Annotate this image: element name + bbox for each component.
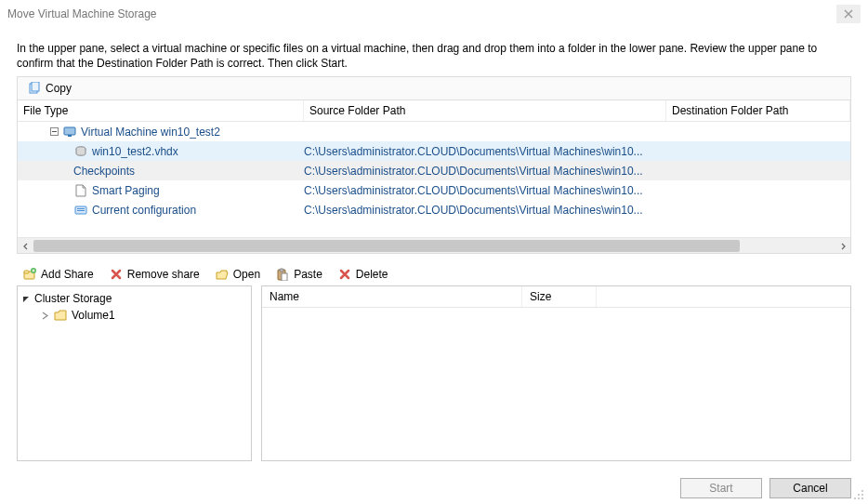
remove-icon: [109, 267, 124, 282]
grid-cell-source: C:\Users\administrator.CLOUD\Documents\V…: [304, 204, 666, 217]
instructions-text: In the upper pane, select a virtual mach…: [17, 41, 851, 71]
lower-toolbar: Add Share Remove share Open Paste: [17, 263, 851, 285]
scroll-left-icon[interactable]: [18, 238, 33, 254]
remove-share-label: Remove share: [127, 268, 200, 281]
open-button[interactable]: Open: [211, 266, 264, 283]
grid-row-vhd[interactable]: win10_test2.vhdx C:\Users\administrator.…: [18, 141, 850, 161]
col-file-type[interactable]: File Type: [18, 100, 304, 121]
disk-icon: [73, 144, 88, 159]
storage-tree[interactable]: Cluster Storage Volume1: [17, 285, 252, 461]
file-list[interactable]: Name Size: [261, 285, 851, 461]
grid-cell-label: Current configuration: [92, 204, 196, 217]
grid-row-checkpoints[interactable]: Checkpoints C:\Users\administrator.CLOUD…: [18, 161, 850, 180]
grid-cell-source: C:\Users\administrator.CLOUD\Documents\V…: [304, 145, 666, 158]
svg-rect-3: [64, 127, 75, 135]
close-icon: [841, 7, 856, 21]
paste-label: Paste: [294, 268, 322, 281]
scroll-thumb[interactable]: [33, 240, 740, 252]
remove-share-button[interactable]: Remove share: [105, 266, 204, 283]
svg-rect-13: [280, 269, 283, 272]
grid-cell-label: win10_test2.vhdx: [92, 145, 178, 158]
tree-item-label: Volume1: [72, 309, 115, 322]
cancel-button[interactable]: Cancel: [769, 478, 851, 498]
grid-row-vm[interactable]: Virtual Machine win10_test2: [18, 122, 850, 141]
tree-root-label: Cluster Storage: [34, 292, 112, 305]
add-share-button[interactable]: Add Share: [19, 266, 98, 283]
svg-rect-4: [68, 135, 72, 137]
titlebar: Move Virtual Machine Storage: [0, 0, 868, 28]
add-share-label: Add Share: [41, 268, 94, 281]
caret-right-icon[interactable]: [40, 312, 49, 320]
add-share-icon: [22, 267, 37, 282]
open-label: Open: [233, 268, 260, 281]
svg-rect-10: [24, 271, 29, 273]
svg-rect-7: [77, 208, 85, 209]
svg-rect-1: [32, 82, 39, 91]
config-icon: [73, 203, 88, 218]
svg-rect-8: [77, 210, 85, 211]
copy-label: Copy: [46, 82, 72, 95]
grid-row-smartpaging[interactable]: Smart Paging C:\Users\administrator.CLOU…: [18, 180, 850, 200]
file-icon: [73, 183, 88, 198]
scroll-right-icon[interactable]: [835, 238, 850, 254]
grid-cell-source: C:\Users\administrator.CLOUD\Documents\V…: [304, 184, 666, 197]
move-vm-storage-window: Move Virtual Machine Storage In the uppe…: [0, 0, 868, 504]
upper-toolbar: Copy: [17, 76, 851, 100]
close-button[interactable]: [836, 5, 861, 23]
tree-item-volume[interactable]: Volume1: [20, 307, 249, 324]
caret-down-icon[interactable]: [21, 295, 31, 303]
delete-label: Delete: [356, 268, 388, 281]
grid-body[interactable]: Virtual Machine win10_test2 win10_test2.…: [18, 122, 850, 237]
delete-icon: [337, 267, 352, 282]
resize-grip-icon[interactable]: [853, 489, 864, 500]
svg-point-19: [858, 497, 860, 499]
horizontal-scrollbar[interactable]: [18, 237, 850, 253]
grid-row-config[interactable]: Current configuration C:\Users\administr…: [18, 200, 850, 219]
svg-point-17: [861, 494, 863, 496]
list-header: Name Size: [262, 286, 850, 308]
svg-point-15: [861, 490, 863, 492]
copy-button[interactable]: Copy: [23, 80, 75, 97]
svg-point-16: [858, 494, 860, 496]
folder-icon: [53, 308, 68, 323]
open-folder-icon: [215, 267, 230, 282]
svg-rect-14: [282, 273, 287, 281]
collapse-icon[interactable]: [49, 127, 59, 136]
list-col-name[interactable]: Name: [262, 286, 522, 307]
start-button[interactable]: Start: [680, 478, 762, 498]
copy-icon: [27, 81, 42, 96]
grid-cell-source: C:\Users\administrator.CLOUD\Documents\V…: [304, 165, 666, 178]
delete-button[interactable]: Delete: [334, 266, 392, 283]
dialog-buttons: Start Cancel: [0, 469, 868, 504]
svg-point-18: [854, 497, 856, 499]
tree-root[interactable]: Cluster Storage: [20, 290, 249, 307]
lower-panes: Cluster Storage Volume1 Name Size: [17, 285, 851, 461]
grid-cell-label: Smart Paging: [92, 184, 160, 197]
upper-grid: File Type Source Folder Path Destination…: [17, 100, 851, 254]
grid-cell-label: Virtual Machine win10_test2: [81, 126, 220, 139]
paste-button[interactable]: Paste: [271, 266, 326, 283]
col-source[interactable]: Source Folder Path: [304, 100, 666, 121]
grid-cell-label: Checkpoints: [73, 165, 135, 178]
svg-point-20: [861, 497, 863, 499]
list-col-size[interactable]: Size: [522, 286, 597, 307]
vm-icon: [62, 125, 77, 139]
grid-header: File Type Source Folder Path Destination…: [18, 100, 850, 122]
col-dest[interactable]: Destination Folder Path: [666, 100, 850, 121]
window-title: Move Virtual Machine Storage: [7, 7, 836, 20]
paste-icon: [275, 267, 290, 282]
